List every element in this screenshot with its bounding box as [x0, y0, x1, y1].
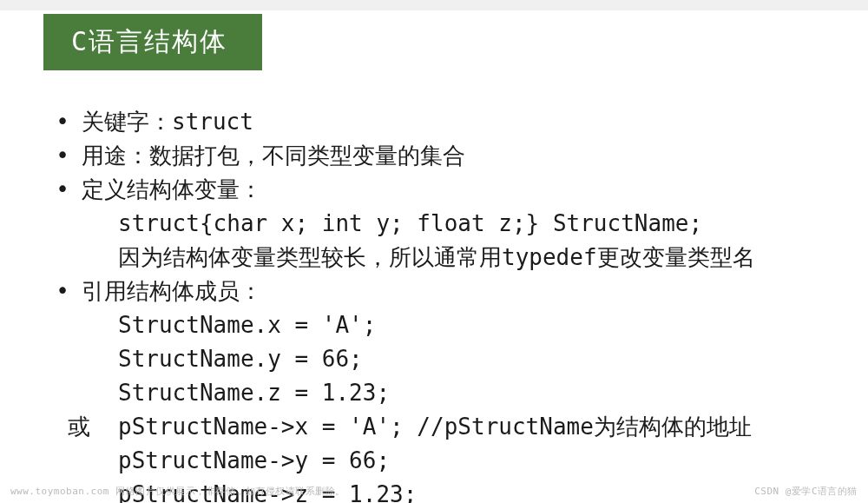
- code-line-4: pStructName->x = 'A'; //pStructName为结构体的…: [118, 410, 752, 444]
- bullet-item-define: • 定义结构体变量：: [43, 173, 868, 207]
- note-typedef: 因为结构体变量类型较长，所以通常用typedef更改变量类型名: [118, 241, 868, 275]
- code-struct-definition: struct{char x; int y; float z;} StructNa…: [118, 207, 868, 241]
- code-line-3: StructName.z = 1.23;: [118, 376, 868, 410]
- slide-content: • 关键字：struct • 用途：数据打包，不同类型变量的集合 • 定义结构体…: [43, 105, 868, 503]
- code-line-1: StructName.x = 'A';: [118, 308, 868, 342]
- bullet-text: 关键字：struct: [82, 105, 868, 139]
- code-line-5: pStructName->y = 66;: [118, 444, 868, 478]
- bullet-dot: •: [43, 275, 82, 308]
- footer-watermark-left: www.toymoban.com 网络图片仅供展示，非存储，如有侵权请联系删除。: [10, 485, 345, 498]
- bullet-text: 用途：数据打包，不同类型变量的集合: [82, 139, 868, 173]
- bullet-text: 引用结构体成员：: [82, 275, 868, 308]
- code-line-2: StructName.y = 66;: [118, 342, 868, 376]
- bullet-text: 定义结构体变量：: [82, 173, 868, 207]
- bullet-dot: •: [43, 105, 82, 139]
- bullet-item-usage: • 用途：数据打包，不同类型变量的集合: [43, 139, 868, 173]
- bullet-item-reference: • 引用结构体成员：: [43, 275, 868, 308]
- bullet-dot: •: [43, 173, 82, 207]
- footer-watermark-right: CSDN @爱学C语言的猫: [754, 485, 858, 498]
- slide-title: C语言结构体: [43, 14, 262, 70]
- top-bar: [0, 0, 868, 10]
- or-label: 或: [43, 410, 118, 444]
- code-line-or: 或 pStructName->x = 'A'; //pStructName为结构…: [43, 410, 868, 444]
- bullet-dot: •: [43, 139, 82, 173]
- bullet-item-keyword: • 关键字：struct: [43, 105, 868, 139]
